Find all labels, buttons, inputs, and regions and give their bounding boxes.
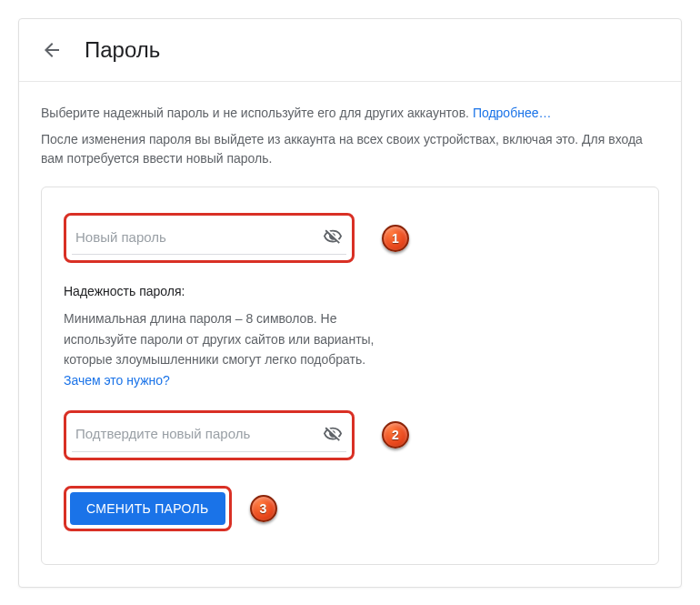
confirm-password-field bbox=[72, 418, 346, 452]
password-page: Пароль Выберите надежный пароль и не исп… bbox=[18, 18, 682, 588]
callout-marker-3: 3 bbox=[250, 495, 277, 522]
learn-more-link[interactable]: Подробнее… bbox=[473, 106, 552, 120]
strength-description: Минимальная длина пароля – 8 символов. Н… bbox=[64, 308, 391, 390]
change-password-button[interactable]: СМЕНИТЬ ПАРОЛЬ bbox=[70, 492, 225, 525]
new-password-input[interactable] bbox=[75, 229, 323, 245]
callout-marker-2: 2 bbox=[382, 421, 409, 449]
new-password-row: 1 bbox=[64, 213, 636, 263]
callout-marker-1: 1 bbox=[382, 225, 409, 252]
back-arrow-icon[interactable] bbox=[41, 39, 63, 61]
visibility-off-icon[interactable] bbox=[323, 424, 343, 444]
page-content: Выберите надежный пароль и не используйт… bbox=[19, 82, 681, 587]
why-needed-link[interactable]: Зачем это нужно? bbox=[64, 373, 170, 388]
confirm-password-input[interactable] bbox=[75, 426, 323, 441]
visibility-off-icon[interactable] bbox=[323, 227, 343, 247]
submit-button-highlight: СМЕНИТЬ ПАРОЛЬ bbox=[64, 486, 232, 531]
description-line-2: После изменения пароля вы выйдете из акк… bbox=[41, 130, 659, 168]
new-password-highlight bbox=[64, 213, 355, 263]
confirm-password-highlight bbox=[64, 410, 355, 460]
description-line-1: Выберите надежный пароль и не используйт… bbox=[41, 104, 659, 123]
strength-text-content: Минимальная длина пароля – 8 символов. Н… bbox=[64, 311, 375, 367]
confirm-password-row: 2 bbox=[64, 410, 636, 460]
submit-row: СМЕНИТЬ ПАРОЛЬ 3 bbox=[64, 486, 636, 531]
description-text-1: Выберите надежный пароль и не используйт… bbox=[41, 106, 469, 120]
password-strength-block: Надежность пароля: Минимальная длина пар… bbox=[64, 281, 391, 390]
page-title: Пароль bbox=[85, 37, 160, 63]
strength-title: Надежность пароля: bbox=[64, 281, 391, 301]
new-password-field bbox=[72, 221, 346, 255]
password-form-card: 1 Надежность пароля: Минимальная длина п… bbox=[41, 187, 659, 565]
page-header: Пароль bbox=[19, 19, 681, 82]
